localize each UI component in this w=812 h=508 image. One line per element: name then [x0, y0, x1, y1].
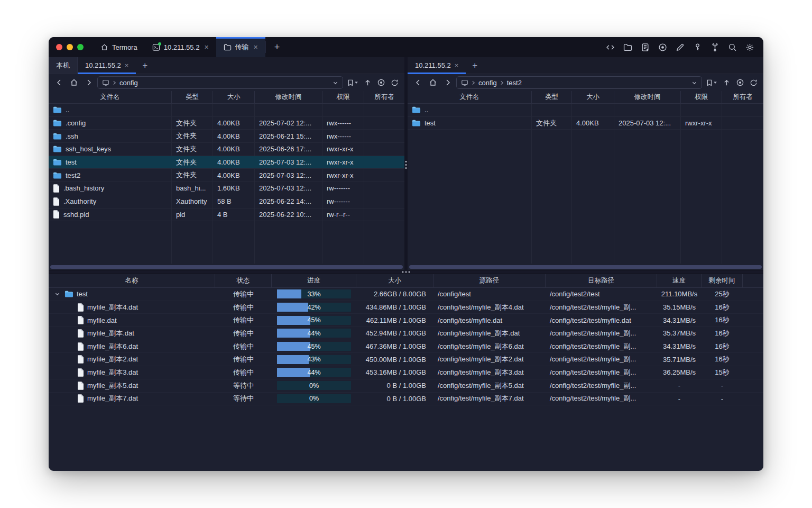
- forward-button[interactable]: [82, 76, 95, 89]
- breadcrumb-segment[interactable]: config: [119, 79, 138, 87]
- scrollbar-thumb[interactable]: [409, 265, 762, 269]
- pane-tab-10.211.55.2[interactable]: 10.211.55.2×: [408, 57, 466, 74]
- close-icon[interactable]: ×: [204, 43, 208, 51]
- transfer-row[interactable]: myfile_副本4.dat传输中42%434.86MB / 1.00GB/co…: [49, 301, 763, 314]
- bookmark-button[interactable]: [704, 76, 719, 89]
- zoom-window-button[interactable]: [77, 44, 84, 50]
- close-window-button[interactable]: [56, 44, 62, 50]
- refresh-button[interactable]: [748, 76, 759, 89]
- key-icon[interactable]: [691, 41, 704, 53]
- column-header[interactable]: 剩余时间: [702, 274, 743, 287]
- refresh-button[interactable]: [389, 76, 400, 89]
- log-icon[interactable]: [639, 41, 651, 53]
- bookmark-button[interactable]: [345, 76, 360, 89]
- transfer-row[interactable]: myfile.dat传输中45%462.11MB / 1.00GB/config…: [49, 314, 763, 327]
- column-header[interactable]: 速度: [657, 274, 702, 287]
- transfer-row[interactable]: myfile_副本6.dat传输中45%467.36MB / 1.00GB/co…: [49, 340, 763, 353]
- chevron-down-icon[interactable]: [691, 80, 697, 86]
- horizontal-scrollbar[interactable]: [408, 264, 763, 270]
- file-row[interactable]: test文件夹4.00KB2025-07-03 12:...rwxr-xr-x: [408, 117, 763, 130]
- show-hidden-files-button[interactable]: [375, 76, 387, 89]
- column-header[interactable]: [743, 274, 763, 287]
- tab-host-10-211-55-2[interactable]: 10.211.55.2 ×: [145, 37, 216, 57]
- column-header[interactable]: 状态: [215, 274, 272, 287]
- code-icon[interactable]: [604, 41, 616, 53]
- transfer-row[interactable]: myfile_副本5.dat等待中0%0 B / 1.00GB/config/t…: [49, 379, 763, 393]
- upload-button[interactable]: [721, 76, 732, 89]
- column-header[interactable]: 文件名: [408, 91, 532, 103]
- pane-tab-本机[interactable]: 本机: [49, 57, 78, 74]
- path-input[interactable]: configtest2: [456, 76, 702, 89]
- path-input[interactable]: config: [97, 76, 343, 89]
- file-icon: [77, 382, 84, 390]
- column-header[interactable]: 权限: [322, 91, 364, 103]
- back-button[interactable]: [412, 76, 425, 89]
- column-header[interactable]: 大小: [572, 91, 614, 103]
- target-path-cell: /config/test2/test/myfile_副...: [546, 301, 657, 314]
- transfer-row[interactable]: myfile_副本7.dat等待中0%0 B / 1.00GB/config/t…: [49, 393, 763, 406]
- target-path-cell: /config/test2/test/myfile_副...: [546, 340, 657, 353]
- edit-icon[interactable]: [673, 41, 686, 53]
- file-row[interactable]: ..: [49, 104, 404, 117]
- column-header[interactable]: 文件名: [49, 91, 172, 103]
- new-tab-button[interactable]: +: [266, 37, 289, 57]
- close-icon[interactable]: ×: [125, 61, 129, 69]
- keychain-icon[interactable]: [708, 41, 721, 53]
- status-cell: 等待中: [215, 393, 272, 405]
- upload-button[interactable]: [362, 76, 373, 89]
- transfer-row[interactable]: myfile_副本2.dat传输中43%450.00MB / 1.00GB/co…: [49, 353, 763, 366]
- column-header[interactable]: 进度: [272, 274, 356, 287]
- source-path-cell: /config/test/myfile_副本4.dat: [433, 301, 546, 314]
- column-header[interactable]: 所有者: [722, 91, 763, 103]
- tab-transfer[interactable]: 传输 ×: [216, 37, 265, 57]
- folder-icon[interactable]: [621, 41, 634, 53]
- minimize-window-button[interactable]: [67, 44, 73, 50]
- record-icon[interactable]: [656, 41, 669, 53]
- show-hidden-files-button[interactable]: [734, 76, 746, 89]
- column-header[interactable]: 大小: [213, 91, 255, 103]
- column-header[interactable]: 所有者: [364, 91, 404, 103]
- column-header[interactable]: 修改时间: [614, 91, 681, 103]
- transfer-table-body: test传输中33%2.66GB / 8.00GB/config/test/co…: [49, 288, 763, 405]
- horizontal-scrollbar[interactable]: [49, 264, 404, 270]
- file-row[interactable]: test2文件夹4.00KB2025-07-03 12:...rwxr-xr-x: [49, 169, 404, 182]
- scrollbar-thumb[interactable]: [50, 265, 403, 269]
- settings-gear-icon[interactable]: [743, 41, 756, 53]
- file-row[interactable]: .ssh文件夹4.00KB2025-06-21 15:...rwx------: [49, 130, 404, 143]
- back-button[interactable]: [53, 76, 66, 89]
- column-header[interactable]: 类型: [532, 91, 572, 103]
- transfer-row[interactable]: myfile_副本.dat传输中44%452.94MB / 1.00GB/con…: [49, 327, 763, 340]
- column-header[interactable]: 名称: [49, 274, 215, 287]
- horizontal-splitter[interactable]: [49, 270, 763, 274]
- tab-termora[interactable]: Termora: [93, 37, 145, 57]
- chevron-down-icon[interactable]: [333, 80, 338, 86]
- file-row[interactable]: .bash_historybash_hi...1.60KB2025-07-03 …: [49, 182, 404, 195]
- transfer-row[interactable]: test传输中33%2.66GB / 8.00GB/config/test/co…: [49, 288, 763, 301]
- breadcrumb-segment[interactable]: config: [478, 79, 497, 87]
- home-button[interactable]: [427, 76, 439, 89]
- search-icon[interactable]: [726, 41, 739, 53]
- file-row[interactable]: ..: [408, 104, 763, 117]
- column-header[interactable]: 源路径: [433, 274, 546, 287]
- column-header[interactable]: 权限: [681, 91, 722, 103]
- new-pane-tab-button[interactable]: +: [136, 57, 154, 74]
- column-header[interactable]: 目标路径: [546, 274, 657, 287]
- new-pane-tab-button[interactable]: +: [466, 57, 484, 74]
- close-icon[interactable]: ×: [455, 61, 459, 69]
- chevron-down-icon[interactable]: [53, 291, 61, 297]
- pane-tab-label: 本机: [56, 61, 70, 70]
- pane-tab-10.211.55.2[interactable]: 10.211.55.2×: [78, 57, 136, 74]
- forward-button[interactable]: [441, 76, 454, 89]
- file-row[interactable]: ssh_host_keys文件夹4.00KB2025-06-26 17:...r…: [49, 143, 404, 156]
- column-header[interactable]: 类型: [172, 91, 213, 103]
- column-header[interactable]: 修改时间: [255, 91, 322, 103]
- transfer-row[interactable]: myfile_副本3.dat传输中44%453.16MB / 1.00GB/co…: [49, 366, 763, 379]
- file-row[interactable]: sshd.pidpid4 B2025-06-22 10:...rw-r--r--: [49, 208, 404, 222]
- file-row[interactable]: .config文件夹4.00KB2025-07-02 12:...rwx----…: [49, 117, 404, 130]
- file-row[interactable]: .XauthorityXauthority58 B2025-06-22 14:.…: [49, 195, 404, 208]
- home-button[interactable]: [68, 76, 80, 89]
- file-row[interactable]: test文件夹4.00KB2025-07-03 12:...rwxr-xr-x: [49, 156, 404, 169]
- column-header[interactable]: 大小: [356, 274, 433, 287]
- breadcrumb-segment[interactable]: test2: [507, 79, 522, 87]
- close-icon[interactable]: ×: [254, 43, 258, 51]
